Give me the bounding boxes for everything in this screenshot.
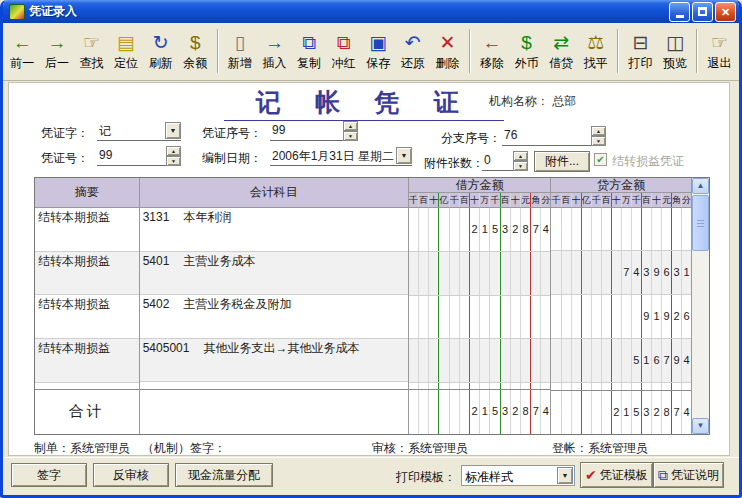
date-select[interactable]: 2006年1月31日 星期二 ▼ [270, 146, 412, 166]
voucher-word-select[interactable]: 记 ▼ [97, 121, 181, 141]
debit-digit-cell[interactable] [450, 208, 460, 251]
voucher-seq-stepper[interactable]: ▲▼ [343, 121, 358, 139]
credit-digit-cell[interactable] [642, 208, 652, 250]
credit-digit-cell[interactable]: 4 [632, 251, 642, 294]
credit-digit-cell[interactable]: 6 [662, 251, 672, 294]
voucher-template-button[interactable]: ✔ 凭证模板 [580, 462, 653, 488]
debit-digit-cell[interactable] [439, 339, 449, 382]
branch-seq-stepper[interactable]: ▲▼ [591, 126, 606, 144]
credit-digit-cell[interactable] [592, 339, 602, 382]
debit-digit-cell[interactable] [511, 252, 521, 295]
credit-digit-cell[interactable] [622, 208, 632, 250]
debit-digit-cell[interactable] [511, 339, 521, 382]
toolbar-button-restore[interactable]: ↶还原 [396, 26, 431, 76]
up-arrow-icon[interactable]: ▲ [166, 146, 181, 156]
summary-cell[interactable]: 结转本期损益 [35, 339, 139, 383]
account-cell[interactable]: 5401主营业务成本 [140, 252, 408, 296]
credit-digit-cell[interactable] [572, 208, 582, 250]
voucher-no-stepper[interactable]: ▲▼ [166, 146, 181, 164]
credit-digit-cell[interactable] [602, 339, 612, 382]
credit-digit-cell[interactable]: 5 [632, 339, 642, 382]
debit-digit-cell[interactable] [439, 296, 449, 339]
debit-digit-cell[interactable] [541, 296, 550, 339]
debit-digit-cell[interactable] [429, 339, 439, 382]
toolbar-button-find[interactable]: ☞查找 [74, 26, 109, 76]
credit-digit-cell[interactable] [612, 339, 622, 382]
credit-digit-cell[interactable] [551, 208, 561, 250]
credit-digit-cell[interactable] [592, 251, 602, 294]
voucher-seq-input[interactable]: 99 ▲▼ [270, 121, 358, 141]
debit-digit-cell[interactable]: 5 [490, 208, 500, 251]
credit-digit-cell[interactable] [572, 251, 582, 294]
debit-digit-cell[interactable] [419, 208, 429, 251]
minimize-button[interactable] [669, 2, 690, 22]
maximize-button[interactable] [692, 2, 713, 22]
debit-amount-cell[interactable] [409, 339, 551, 383]
credit-digit-cell[interactable] [682, 208, 691, 250]
chevron-down-icon[interactable]: ▼ [165, 122, 181, 139]
debit-digit-cell[interactable] [541, 339, 550, 382]
debit-digit-cell[interactable]: 4 [541, 208, 550, 251]
debit-amount-cell[interactable] [409, 252, 551, 296]
debit-digit-cell[interactable] [409, 339, 419, 382]
toolbar-button-delete[interactable]: ✕删除 [430, 26, 465, 76]
credit-digit-cell[interactable] [622, 339, 632, 382]
credit-digit-cell[interactable] [572, 295, 582, 338]
debit-digit-cell[interactable] [480, 339, 490, 382]
debit-digit-cell[interactable]: 8 [521, 208, 531, 251]
credit-digit-cell[interactable] [551, 295, 561, 338]
account-cell[interactable]: 3131本年利润 [140, 208, 408, 252]
credit-digit-cell[interactable] [562, 251, 572, 294]
sign-button[interactable]: 签字 [11, 463, 87, 487]
debit-digit-cell[interactable] [480, 252, 490, 295]
debit-digit-cell[interactable] [419, 296, 429, 339]
credit-digit-cell[interactable] [562, 295, 572, 338]
debit-digit-cell[interactable] [460, 339, 470, 382]
toolbar-button-prev[interactable]: ←前一 [5, 26, 40, 76]
credit-digit-cell[interactable]: 3 [642, 251, 652, 294]
credit-amount-cell[interactable] [551, 208, 691, 251]
credit-digit-cell[interactable]: 4 [682, 339, 691, 382]
debit-digit-cell[interactable] [429, 252, 439, 295]
debit-digit-cell[interactable] [531, 252, 541, 295]
debit-digit-cell[interactable]: 7 [531, 208, 541, 251]
account-cell[interactable]: 5405001其他业务支出→其他业务成本 [140, 339, 408, 383]
debit-digit-cell[interactable] [490, 296, 500, 339]
debit-digit-cell[interactable] [490, 252, 500, 295]
attachments-button[interactable]: 附件... [534, 151, 590, 172]
toolbar-button-currency[interactable]: $外币 [509, 26, 544, 76]
toolbar-button-exit[interactable]: ☞退出 [702, 26, 737, 76]
debit-digit-cell[interactable]: 2 [470, 208, 480, 251]
transfer-checkbox[interactable]: ✔ [594, 153, 607, 166]
debit-digit-cell[interactable] [439, 252, 449, 295]
debit-digit-cell[interactable] [450, 252, 460, 295]
debit-digit-cell[interactable] [501, 339, 511, 382]
credit-digit-cell[interactable]: 1 [642, 339, 652, 382]
voucher-no-input[interactable]: 99 ▲▼ [97, 146, 181, 166]
toolbar-button-save[interactable]: ▣保存 [361, 26, 396, 76]
toolbar-button-reverse[interactable]: ⧉冲红 [326, 26, 361, 76]
debit-digit-cell[interactable] [511, 296, 521, 339]
credit-digit-cell[interactable] [612, 251, 622, 294]
debit-digit-cell[interactable] [541, 252, 550, 295]
voucher-desc-button[interactable]: ⧉ 凭证说明 [653, 462, 724, 488]
credit-digit-cell[interactable]: 2 [672, 295, 682, 338]
toolbar-button-locate[interactable]: ▤定位 [109, 26, 144, 76]
debit-digit-cell[interactable] [470, 252, 480, 295]
up-arrow-icon[interactable]: ▲ [343, 121, 358, 131]
debit-digit-cell[interactable] [429, 296, 439, 339]
toolbar-button-preview[interactable]: ◫预览 [658, 26, 693, 76]
debit-digit-cell[interactable] [521, 339, 531, 382]
credit-digit-cell[interactable] [612, 208, 622, 250]
toolbar-button-print[interactable]: ⊟打印 [623, 26, 658, 76]
credit-digit-cell[interactable] [582, 251, 592, 294]
credit-digit-cell[interactable] [652, 208, 662, 250]
debit-digit-cell[interactable] [480, 296, 490, 339]
grid-vscrollbar[interactable]: ▲▼ [692, 178, 709, 434]
debit-digit-cell[interactable] [429, 208, 439, 251]
down-arrow-icon[interactable]: ▼ [591, 136, 606, 146]
up-arrow-icon[interactable]: ▲ [591, 126, 606, 136]
debit-digit-cell[interactable] [409, 296, 419, 339]
credit-digit-cell[interactable]: 6 [682, 295, 691, 338]
cashflow-button[interactable]: 现金流量分配 [175, 463, 273, 487]
